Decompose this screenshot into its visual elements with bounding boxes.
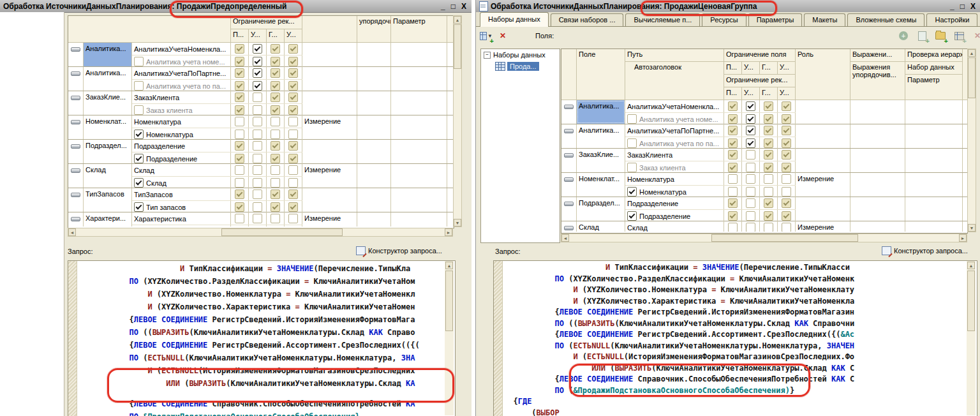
query-line[interactable]: ПО (XYZКоличество.РазделКлассификации = … [504, 274, 967, 285]
checkbox-checked-icon[interactable] [288, 93, 298, 102]
checkbox-cell[interactable] [285, 164, 302, 176]
role-cell[interactable] [796, 124, 850, 148]
checkbox-unchecked-icon[interactable] [746, 198, 755, 208]
role-cell[interactable] [302, 140, 357, 163]
checkbox-cell[interactable] [724, 113, 742, 125]
path-main-row[interactable]: Склад [132, 164, 302, 176]
path-cell[interactable]: Характеристика [132, 212, 231, 225]
checkbox-cell[interactable] [724, 100, 742, 112]
checkbox-checked-icon[interactable] [782, 163, 791, 172]
checkbox-cell[interactable] [760, 124, 778, 137]
checkbox-cell[interactable] [760, 100, 778, 112]
path-sub-row[interactable]: Номенклатура [132, 128, 302, 140]
parameter-cell[interactable] [391, 91, 447, 115]
path-sub-row[interactable]: Подразделение [625, 209, 796, 222]
path-main-row[interactable]: Подразделение [625, 197, 796, 209]
checkbox-cell[interactable] [267, 164, 285, 176]
checkbox-cell[interactable] [724, 197, 742, 209]
role-cell[interactable]: Измерение [796, 173, 850, 197]
query-line[interactable]: И (XYZКоличество.Характеристика = КлючиА… [504, 296, 967, 308]
checkbox-checked-icon[interactable] [728, 126, 738, 135]
checkbox-checked-icon[interactable] [746, 114, 755, 124]
checkbox-cell[interactable] [231, 188, 249, 200]
checkbox-cell[interactable] [724, 137, 742, 149]
add-dataset-icon[interactable]: +▼ [480, 29, 493, 42]
checkbox-cell[interactable] [778, 100, 796, 112]
checkbox-cell[interactable] [285, 43, 302, 55]
field-row-group[interactable]: ЗаказКлие...ЗаказКлиентаЗаказ клиента [561, 149, 967, 173]
checkbox-checked-icon[interactable] [288, 189, 298, 199]
path-sub-row[interactable]: Тип запасов [132, 200, 302, 213]
add-folder-icon[interactable]: + [934, 29, 947, 42]
checkbox-checked-icon[interactable] [271, 93, 280, 102]
field-row-group[interactable]: Номенклат...НоменклатураНоменклатураИзме… [68, 115, 454, 140]
checkbox-checked-icon[interactable] [271, 189, 280, 199]
title-checkbox-unchecked-icon[interactable] [627, 114, 637, 124]
checkbox-unchecked-icon[interactable] [271, 117, 280, 126]
checkbox-cell[interactable] [285, 56, 302, 68]
checkbox-cell[interactable] [285, 188, 302, 200]
checkbox-cell[interactable] [231, 43, 249, 55]
row-grip-cell[interactable] [68, 91, 84, 115]
checkbox-cell[interactable] [778, 124, 796, 137]
title-cell[interactable]: Номенклатура [132, 128, 231, 140]
path-cell[interactable]: Склад [625, 221, 724, 232]
row-grip-icon[interactable] [564, 226, 574, 230]
parameter-cell[interactable] [905, 100, 963, 124]
checkbox-checked-icon[interactable] [235, 189, 244, 199]
query-line[interactable]: {ГДЕ [504, 396, 967, 408]
checkbox-checked-icon[interactable] [728, 114, 738, 124]
checkbox-cell[interactable] [724, 221, 742, 232]
checkbox-unchecked-icon[interactable] [271, 130, 280, 139]
checkbox-cell[interactable] [742, 161, 760, 174]
checkbox-cell[interactable] [231, 177, 249, 189]
checkbox-unchecked-icon[interactable] [746, 223, 755, 232]
title-checkbox-unchecked-icon[interactable] [134, 105, 144, 115]
checkbox-checked-icon[interactable] [728, 211, 738, 221]
checkbox-cell[interactable] [285, 80, 302, 92]
row-grip-icon[interactable] [71, 217, 80, 221]
checkbox-cell[interactable] [249, 152, 267, 165]
role-cell[interactable] [302, 43, 357, 66]
query-line[interactable]: {ЛЕВОЕ СОЕДИНЕНИЕ РегистрСведений.Ассорт… [78, 339, 445, 352]
scroll-right-icon[interactable]: ► [445, 228, 452, 236]
field-name-cell[interactable]: Аналитика... [84, 43, 132, 66]
role-cell[interactable]: Измерение [302, 115, 357, 139]
checkbox-checked-icon[interactable] [746, 126, 755, 135]
checkbox-cell[interactable] [742, 197, 760, 209]
checkbox-unchecked-icon[interactable] [253, 165, 262, 175]
checkbox-cell[interactable] [285, 201, 302, 213]
checkbox-cell[interactable] [285, 140, 302, 152]
query-line[interactable]: ПО (XYZКоличество.РазделКлассификации = … [78, 275, 445, 288]
field-row-group[interactable]: СкладСкладСкладИзмерение [561, 221, 967, 232]
checkbox-unchecked-icon[interactable] [235, 178, 244, 188]
checkbox-unchecked-icon[interactable] [253, 178, 262, 188]
checkbox-cell[interactable] [267, 80, 285, 92]
checkbox-checked-icon[interactable] [782, 101, 791, 111]
field-row-group[interactable]: Подраздел...ПодразделениеПодразделение [561, 197, 967, 221]
checkbox-checked-icon[interactable] [764, 150, 773, 160]
checkbox-checked-icon[interactable] [764, 138, 773, 148]
checkbox-cell[interactable] [249, 188, 267, 200]
checkbox-unchecked-icon[interactable] [235, 130, 244, 139]
field-row-group[interactable]: ЗаказКлие...ЗаказКлиентаЗаказ клиента [68, 91, 454, 115]
checkbox-checked-icon[interactable] [253, 68, 262, 78]
row-grip-icon[interactable] [71, 193, 80, 197]
ordering-expression-cell[interactable] [850, 197, 905, 221]
checkbox-cell[interactable] [724, 186, 742, 198]
tree-root-datasets[interactable]: − Наборы данных [481, 49, 560, 61]
checkbox-cell[interactable] [267, 177, 285, 189]
title-cell[interactable]: Аналитика учета по па... [625, 137, 724, 149]
title-cell[interactable]: Заказ клиента [625, 161, 724, 174]
title-cell[interactable]: Подразделение [625, 210, 724, 222]
role-cell[interactable] [796, 149, 850, 172]
query-line[interactable]: ПО (ЕСТЬNULL(КлючиАналитикиУчетаНоменкла… [504, 341, 967, 352]
path-main-row[interactable]: Характеристика [132, 212, 302, 225]
row-grip-icon[interactable] [71, 96, 80, 100]
checkbox-unchecked-icon[interactable] [746, 150, 755, 160]
checkbox-checked-icon[interactable] [271, 81, 280, 91]
title-checkbox-unchecked-icon[interactable] [134, 81, 144, 91]
add-table-icon[interactable]: + [953, 29, 965, 42]
checkbox-cell[interactable] [742, 221, 760, 232]
query-line[interactable]: {ЛЕВОЕ СОЕДИНЕНИЕ РегистрСведений.Истори… [504, 307, 967, 318]
